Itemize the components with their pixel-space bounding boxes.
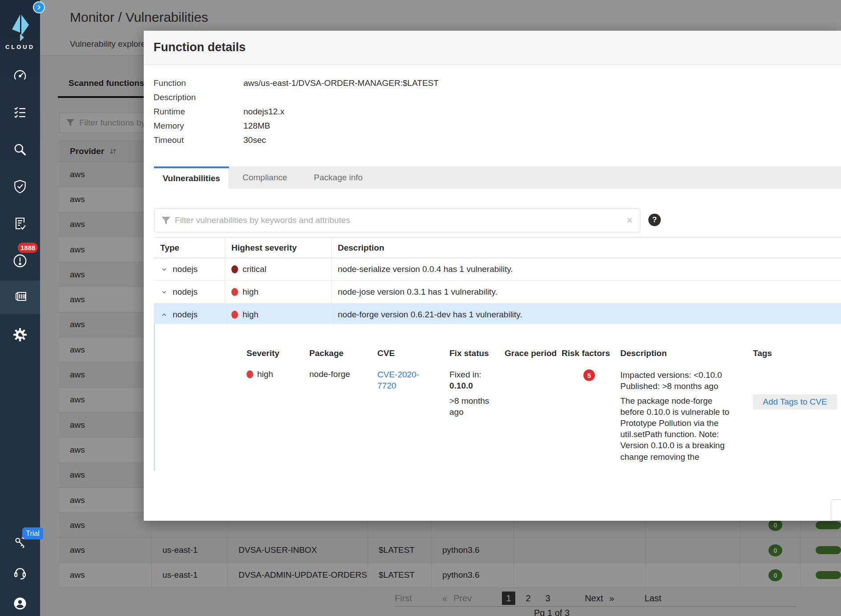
add-tags-to-cve-button[interactable]: Add Tags to CVE xyxy=(753,394,837,409)
chevron-down-icon[interactable] xyxy=(160,288,168,296)
sidebar: CLOUD 1888 Trial xyxy=(0,0,40,616)
clear-filter-icon[interactable]: × xyxy=(627,215,633,226)
sidebar-item-support[interactable] xyxy=(0,559,40,588)
cve-detail-panel: Severity Package CVE Fix status Grace pe… xyxy=(154,324,841,471)
severity-column-header: Highest severity xyxy=(225,238,332,258)
detail-description: Impacted versions: <0.10.0 Published: >8… xyxy=(620,369,735,462)
meta-value-timeout: 30sec xyxy=(243,135,266,145)
detail-header-package: Package xyxy=(309,349,344,358)
sidebar-item-security[interactable] xyxy=(0,172,40,201)
vulnerability-type: nodejs xyxy=(173,310,198,320)
report-check-icon xyxy=(13,216,27,231)
shield-check-icon xyxy=(12,179,28,194)
meta-label-memory: Memory xyxy=(154,121,243,131)
chevron-down-icon[interactable] xyxy=(160,265,168,273)
severity-dot-critical xyxy=(231,265,238,273)
tab-vulnerabilities[interactable]: Vulnerabilities xyxy=(154,166,229,189)
sidebar-expand-button[interactable] xyxy=(33,1,45,13)
meta-value-runtime: nodejs12.x xyxy=(243,107,284,117)
vulnerability-description: node-jose version 0.3.1 has 1 vulnerabil… xyxy=(338,287,497,297)
aqua-cloud-logo[interactable] xyxy=(12,14,29,42)
chevron-up-icon[interactable] xyxy=(160,311,168,319)
alerts-count-badge: 1888 xyxy=(18,243,38,253)
meta-value-memory: 128MB xyxy=(243,121,270,131)
user-avatar-icon xyxy=(12,596,28,612)
modal-corner-button[interactable] xyxy=(831,499,841,521)
detail-header-fix-status: Fix status xyxy=(449,349,489,358)
vulnerability-description: node-serialize version 0.0.4 has 1 vulne… xyxy=(338,264,513,274)
meta-label-timeout: Timeout xyxy=(154,135,243,145)
description-body: The package node-forge before 0.10.0 is … xyxy=(620,395,735,462)
modal-title: Function details xyxy=(154,41,246,54)
fix-version: 0.10.0 xyxy=(449,381,501,392)
meta-label-description: Description xyxy=(154,93,243,102)
severity-dot-high xyxy=(231,288,238,296)
severity-label: high xyxy=(243,287,259,297)
sidebar-item-policies[interactable] xyxy=(0,98,40,126)
severity-label: high xyxy=(243,310,259,320)
tab-package-info[interactable]: Package info xyxy=(300,166,376,189)
vulnerability-type: nodejs xyxy=(173,287,198,297)
container-icon xyxy=(12,289,28,305)
description-published: Published: >8 months ago xyxy=(620,381,735,392)
sidebar-item-containers[interactable] xyxy=(0,280,40,314)
sidebar-item-account[interactable] xyxy=(0,589,40,616)
function-meta: Functionaws/us-east-1/DVSA-ORDER-MANAGER… xyxy=(154,76,439,147)
meta-label-function: Function xyxy=(154,78,243,88)
severity-dot-high xyxy=(231,311,238,319)
detail-header-cve: CVE xyxy=(377,349,395,358)
detail-header-risk-factors: Risk factors xyxy=(562,349,610,358)
chevron-right-icon xyxy=(36,4,42,11)
modal-header: Function details xyxy=(144,31,841,65)
logo-label: CLOUD xyxy=(0,44,40,50)
severity-label: critical xyxy=(243,264,267,274)
severity-dot-high xyxy=(247,370,253,378)
vulnerabilities-table-header: Type Highest severity Description xyxy=(154,237,841,258)
vulnerability-row-expanded[interactable]: nodejs high node-forge version 0.6.21-de… xyxy=(154,304,841,326)
sidebar-item-search[interactable] xyxy=(0,135,40,164)
modal-tabs: Compliance Package info Vulnerabilities xyxy=(144,166,841,189)
tab-compliance[interactable]: Compliance xyxy=(229,166,300,189)
headset-icon xyxy=(12,566,28,581)
alert-circle-icon xyxy=(12,253,28,268)
dashboard-gauge-icon xyxy=(12,68,28,83)
risk-factors-badge[interactable]: 5 xyxy=(583,369,595,381)
vulnerability-row[interactable]: nodejs critical node-serialize version 0… xyxy=(154,258,841,281)
vulnerability-type: nodejs xyxy=(173,264,198,274)
sidebar-item-dashboard[interactable] xyxy=(0,61,40,90)
fix-age: >8 months ago xyxy=(449,396,501,417)
modal-tabs-strip: Compliance Package info xyxy=(229,166,841,189)
meta-label-runtime: Runtime xyxy=(154,107,243,117)
checklist-icon xyxy=(13,105,27,119)
detail-header-severity: Severity xyxy=(247,349,279,358)
cve-link[interactable]: CVE-2020-7720 xyxy=(377,369,424,391)
detail-header-description: Description xyxy=(620,349,667,358)
vulnerability-description: node-forge version 0.6.21-dev has 1 vuln… xyxy=(338,310,522,320)
detail-fix-status: Fixed in: 0.10.0 >8 months ago xyxy=(449,369,501,418)
detail-severity: high xyxy=(257,369,273,379)
sidebar-item-reports[interactable] xyxy=(0,209,40,238)
filter-funnel-icon xyxy=(160,215,172,227)
fix-status-label: Fixed in: xyxy=(449,369,501,381)
search-icon xyxy=(12,142,28,157)
sidebar-item-api-keys[interactable] xyxy=(0,529,40,557)
keys-icon xyxy=(13,536,27,550)
gear-icon xyxy=(12,327,28,342)
app-root: Monitor / Vulnerabilities Vulnerability … xyxy=(0,0,841,616)
description-column-header: Description xyxy=(332,238,841,258)
detail-header-grace-period: Grace period xyxy=(505,349,557,358)
detail-package: node-forge xyxy=(309,369,350,379)
detail-header-tags: Tags xyxy=(753,349,772,358)
vulnerabilities-filter[interactable]: × xyxy=(154,208,640,232)
meta-value-function: aws/us-east-1/DVSA-ORDER-MANAGER:$LATEST xyxy=(243,78,439,88)
sidebar-item-settings[interactable] xyxy=(0,320,40,349)
description-impacted: Impacted versions: <0.10.0 xyxy=(620,369,735,381)
type-column-header: Type xyxy=(154,238,225,258)
vulnerabilities-table: Type Highest severity Description nodejs… xyxy=(154,237,841,326)
function-details-modal: Function details Functionaws/us-east-1/D… xyxy=(144,31,841,521)
help-icon[interactable]: ? xyxy=(648,214,661,226)
vulnerability-row[interactable]: nodejs high node-jose version 0.3.1 has … xyxy=(154,281,841,304)
vulnerabilities-filter-input[interactable] xyxy=(174,210,603,231)
